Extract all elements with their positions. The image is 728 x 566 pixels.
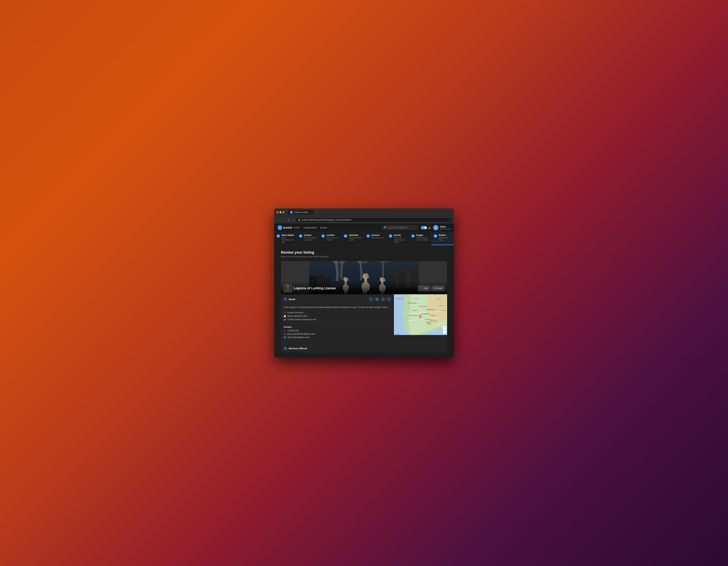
close-button[interactable] [277,211,279,213]
contact-phone: 📞 7316147228 [284,329,391,332]
step-basic-details[interactable]: ✓ Basic Details Name, description, and l… [274,232,297,245]
app-header: ♡ Northid Health Organizations Events 🔍 … [274,224,454,232]
step-check-4: ✓ [344,234,347,238]
svg-text:Edwards AFB: Edwards AFB [396,298,404,299]
step-review[interactable]: 8 Review Review your listing. [431,232,454,245]
step-title-6: Socials [394,234,407,236]
facebook-icon[interactable]: f [369,297,373,301]
svg-text:−: − [444,330,445,333]
forward-button[interactable]: → [282,218,286,222]
svg-text:Hesperia: Hesperia [441,310,446,311]
listing-card: Legions of Lurking Llamas 📞 Call ✉ Email [281,261,447,352]
url-bar[interactable]: 🔒 localhost:8080/listing/edit/rQX8gmgIT_… [296,218,452,222]
svg-text:Huntington: Huntington [425,321,431,323]
browser-tab[interactable]: ♡ Create a Listing × [288,210,313,215]
logo-name: Northid [283,226,292,229]
step-socials[interactable]: ✓ Socials Where can people find you onli… [387,232,409,245]
step-desc-2: How can people contact you? [304,237,317,241]
email-icon: ✉ [434,287,436,289]
svg-text:+: + [444,326,445,329]
logo-subtitle: Health [293,227,300,229]
browser-window: ♡ Create a Listing × + ← → ↻ ⌂ 🔒 localho… [274,209,454,357]
step-title-4: Attributes [349,234,362,236]
step-images[interactable]: ✓ Images Upload images of your business. [409,232,431,245]
bookmark-icon[interactable]: ☆ [448,219,450,221]
listing-logo [284,284,292,292]
listing-right: Santa Barbara Ventura Santa Clarita Los … [394,294,447,342]
vaccine-icon: 💉 [284,318,286,321]
attr-insurance: 🛡 Accepts Insurance [284,311,391,314]
shield-icon: 🛡 [284,311,286,314]
listing-left: i About f 📷 in 𝕏 These Legions of Lurkin… [281,294,394,342]
svg-text:Riverside: Riverside [430,315,435,316]
moon-icon: 🌙 [428,227,430,229]
twitter-icon[interactable]: 𝕏 [387,297,391,301]
step-title-1: Basic Details [282,234,294,236]
instagram-icon[interactable]: 📷 [375,297,379,301]
phone-icon: 📞 [420,287,423,289]
contact-section: Contact 📞 7316147228 ✉ adam.taylor@lurki… [284,326,391,339]
email-icon: ✉ [284,333,285,335]
map-container: Santa Barbara Ventura Santa Clarita Los … [394,294,447,335]
search-bar[interactable]: 🔍 Search the Network [382,225,418,230]
step-title-8: Review [439,234,451,236]
home-button[interactable]: ⌂ [292,218,295,222]
tab-close-button[interactable]: × [310,211,311,213]
linkedin-icon[interactable]: in [381,297,385,301]
svg-text:Thousand Oaks: Thousand Oaks [409,315,417,316]
website-icon: 🌐 [284,336,286,339]
step-title-7: Images [416,234,429,236]
mask-icon: 😷 [284,315,286,317]
step-services[interactable]: ✓ Services What do you do? [364,232,387,245]
svg-text:Barstow: Barstow [437,298,441,299]
svg-text:San Bernardino: San Bernardino [426,309,434,310]
step-check-1: ✓ [277,234,280,238]
svg-text:Santa Barbara: Santa Barbara [408,302,417,304]
svg-text:Beach: Beach [427,323,430,324]
refresh-button[interactable]: ↻ [287,218,291,222]
dark-mode-toggle[interactable] [421,226,427,229]
nav-events[interactable]: Events [320,227,327,229]
step-attributes[interactable]: ✓ Attributes What can people expect? [342,232,364,245]
step-contact[interactable]: ✓ Contact How can people contact you? [297,232,319,245]
nav-links: Organizations Events [304,227,327,229]
step-desc-4: What can people expect? [349,237,362,241]
step-desc-1: Name, description, and logo. [282,237,294,243]
svg-text:Google: Google [395,333,399,335]
services-icon: ⚙ [284,346,287,350]
attr-mask: 😷 Mask required for visit [284,315,391,317]
new-tab-button[interactable]: + [316,211,318,214]
svg-text:Los Angeles: Los Angeles [421,313,429,314]
logo-area[interactable]: ♡ Northid Health [278,226,300,230]
step-location[interactable]: ✓ Location Where are you located? [319,232,342,245]
social-icons: f 📷 in 𝕏 [369,297,391,301]
step-desc-3: Where are you located? [326,237,339,241]
minimize-button[interactable] [280,211,282,213]
listing-banner: Legions of Lurking Llamas 📞 Call ✉ Email [281,261,447,294]
step-check-2: ✓ [299,234,302,238]
user-role: My Account ℹ [440,228,450,230]
listing-actions: 📞 Call ✉ Email [418,285,444,291]
contact-email: ✉ adam.taylor@lurkingllamas.com [284,333,391,335]
maximize-button[interactable] [283,211,285,213]
user-area[interactable]: A Adam My Account ℹ [433,225,450,230]
search-icon: 🔍 [384,227,387,229]
listing-logo-name: Legions of Lurking Llamas [284,284,336,292]
page-title: Review your listing [281,250,447,255]
services-header: ⚙ Services Offered [284,346,444,350]
call-button[interactable]: 📞 Call [418,285,430,291]
step-desc-5: What do you do? [371,237,384,239]
nav-organizations[interactable]: Organizations [304,227,317,229]
svg-text:Santa Clarita: Santa Clarita [419,305,427,307]
attributes-list: 🛡 Accepts Insurance 😷 Mask required for … [284,311,391,323]
about-text: These Legions of Lurking Llamas have bee… [284,306,391,309]
phone-icon: 📞 [284,329,286,332]
contact-website: 🌐 https://lurkingllamas.com [284,336,391,339]
svg-text:Victorville: Victorville [439,305,444,306]
back-button[interactable]: ← [276,218,280,222]
svg-point-46 [288,286,289,287]
map-svg: Santa Barbara Ventura Santa Clarita Los … [394,294,447,335]
step-check-7: ✓ [411,234,415,238]
main-scroll[interactable]: Review your listing Make sure everything… [274,245,454,357]
email-button[interactable]: ✉ Email [431,285,444,291]
